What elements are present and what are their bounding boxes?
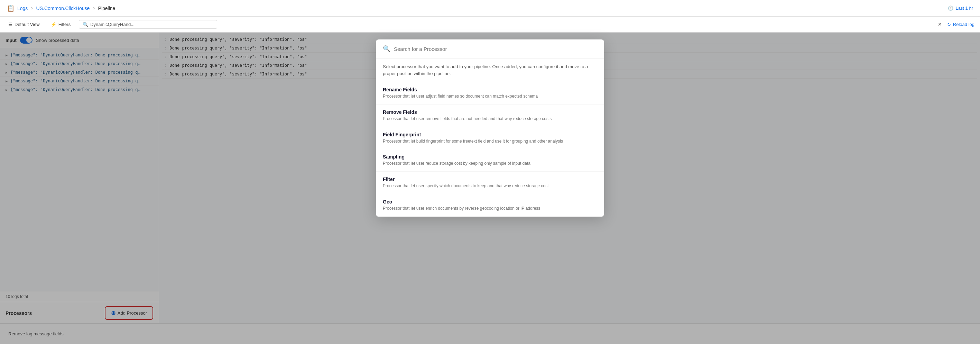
processor-option-filter[interactable]: Filter Processor that let user specify w… xyxy=(376,172,604,194)
top-nav: 📋 Logs > US.Common.ClickHouse > Pipeline… xyxy=(0,0,980,17)
processor-option-name: Filter xyxy=(383,177,597,182)
toolbar-right: × ↻ Reload log xyxy=(936,19,974,29)
processor-option-desc: Processor that let user specify which do… xyxy=(383,183,597,189)
add-processor-modal: 🔍 Select processor that you want to add … xyxy=(376,40,604,217)
time-label: Last 1 hr xyxy=(955,6,973,11)
close-button[interactable]: × xyxy=(936,19,943,29)
search-text: DynamicQueryHand... xyxy=(90,22,135,27)
filters-label: Filters xyxy=(59,22,70,27)
breadcrumb-current: Pipeline xyxy=(98,6,116,11)
processor-option-rename-fields[interactable]: Rename Fields Processor that let user ad… xyxy=(376,82,604,105)
clock-icon: 🕐 xyxy=(948,6,953,11)
default-view-button[interactable]: ☰ Default View xyxy=(6,21,43,29)
top-nav-right: 🕐 Last 1 hr xyxy=(948,6,973,11)
default-view-label: Default View xyxy=(14,22,40,27)
processor-option-name: Remove Fields xyxy=(383,109,597,115)
processor-option-desc: Processor that let user enrich documents… xyxy=(383,205,597,212)
reload-label: Reload log xyxy=(953,22,974,27)
breadcrumb-logs[interactable]: Logs xyxy=(17,6,28,11)
processor-option-remove-fields[interactable]: Remove Fields Processor that let user re… xyxy=(376,105,604,127)
processor-option-desc: Processor that let user adjust field nam… xyxy=(383,94,597,99)
reload-icon: ↻ xyxy=(947,22,951,27)
modal-search: 🔍 xyxy=(376,40,604,59)
processor-option-name: Geo xyxy=(383,199,597,204)
processor-option-desc: Processor that let user remove fields th… xyxy=(383,116,597,122)
breadcrumb-sep2: > xyxy=(92,6,95,11)
processor-option-field-fingerprint[interactable]: Field Fingerprint Processor that let bui… xyxy=(376,127,604,150)
processor-option-name: Rename Fields xyxy=(383,87,597,92)
search-bar[interactable]: 🔍 DynamicQueryHand... xyxy=(79,20,217,29)
processor-option-name: Sampling xyxy=(383,154,597,159)
processor-option-desc: Processor that let user reduce storage c… xyxy=(383,161,597,166)
toolbar: ☰ Default View ⚡ Filters 🔍 DynamicQueryH… xyxy=(0,17,980,32)
breadcrumb-sep1: > xyxy=(30,6,33,11)
filters-button[interactable]: ⚡ Filters xyxy=(48,21,73,29)
time-badge[interactable]: 🕐 Last 1 hr xyxy=(948,6,973,11)
modal-search-input[interactable] xyxy=(394,46,597,52)
logs-icon: 📋 xyxy=(7,5,14,12)
search-icon: 🔍 xyxy=(83,22,88,27)
processor-options-list: Rename Fields Processor that let user ad… xyxy=(376,82,604,217)
processor-option-desc: Processor that let build fingerprint for… xyxy=(383,139,597,144)
processor-option-name: Field Fingerprint xyxy=(383,132,597,137)
breadcrumb-source[interactable]: US.Common.ClickHouse xyxy=(36,6,90,11)
reload-button[interactable]: ↻ Reload log xyxy=(947,22,974,27)
processor-option-geo[interactable]: Geo Processor that let user enrich docum… xyxy=(376,194,604,217)
hamburger-icon: ☰ xyxy=(8,22,13,27)
modal-overlay: 🔍 Select processor that you want to add … xyxy=(0,32,980,344)
breadcrumb: 📋 Logs > US.Common.ClickHouse > Pipeline xyxy=(7,5,115,12)
modal-search-icon: 🔍 xyxy=(383,45,390,53)
main-layout: Input Show processed data ▶ {"message": … xyxy=(0,32,980,344)
processor-option-sampling[interactable]: Sampling Processor that let user reduce … xyxy=(376,149,604,172)
modal-description: Select processor that you want to add to… xyxy=(376,59,604,82)
filter-icon: ⚡ xyxy=(51,22,56,27)
